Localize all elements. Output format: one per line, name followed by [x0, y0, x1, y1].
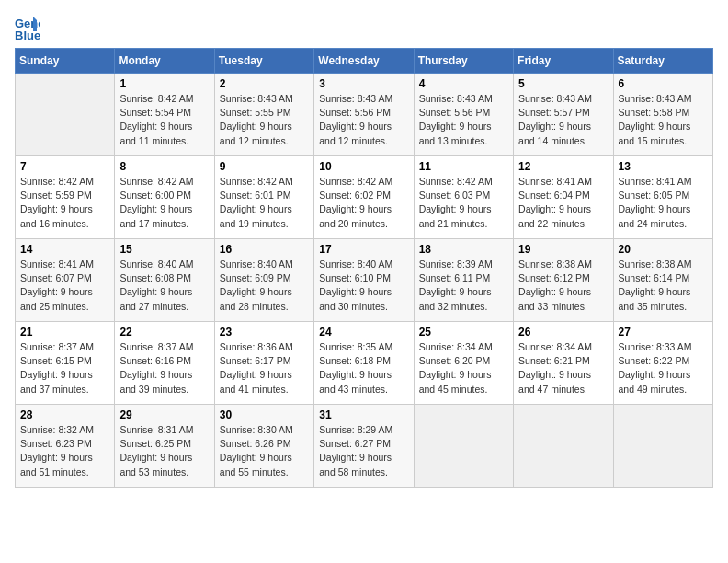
day-number: 6 [619, 77, 708, 90]
calendar-cell: 29Sunrise: 8:31 AM Sunset: 6:25 PM Dayli… [115, 405, 214, 488]
calendar-cell: 6Sunrise: 8:43 AM Sunset: 5:58 PM Daylig… [613, 74, 712, 156]
calendar-cell: 13Sunrise: 8:41 AM Sunset: 6:05 PM Dayli… [613, 156, 712, 239]
day-info: Sunrise: 8:43 AM Sunset: 5:56 PM Dayligh… [419, 92, 508, 148]
day-info: Sunrise: 8:42 AM Sunset: 6:01 PM Dayligh… [220, 175, 309, 231]
day-info: Sunrise: 8:42 AM Sunset: 5:54 PM Dayligh… [119, 92, 209, 148]
calendar-cell: 20Sunrise: 8:38 AM Sunset: 6:14 PM Dayli… [613, 239, 712, 322]
calendar-cell: 8Sunrise: 8:42 AM Sunset: 6:00 PM Daylig… [115, 156, 214, 239]
calendar-cell: 11Sunrise: 8:42 AM Sunset: 6:03 PM Dayli… [414, 156, 513, 239]
day-info: Sunrise: 8:38 AM Sunset: 6:12 PM Dayligh… [518, 258, 608, 314]
weekday-header-friday: Friday [514, 49, 613, 74]
calendar-cell: 22Sunrise: 8:37 AM Sunset: 6:16 PM Dayli… [115, 322, 214, 405]
weekday-header-wednesday: Wednesday [314, 49, 414, 74]
calendar-cell: 26Sunrise: 8:34 AM Sunset: 6:21 PM Dayli… [514, 322, 613, 405]
calendar-cell: 31Sunrise: 8:29 AM Sunset: 6:27 PM Dayli… [314, 405, 414, 488]
day-number: 2 [220, 77, 309, 90]
day-info: Sunrise: 8:35 AM Sunset: 6:18 PM Dayligh… [319, 340, 408, 396]
calendar-cell: 25Sunrise: 8:34 AM Sunset: 6:20 PM Dayli… [414, 322, 513, 405]
calendar-cell: 28Sunrise: 8:32 AM Sunset: 6:23 PM Dayli… [16, 405, 115, 488]
calendar-cell: 7Sunrise: 8:42 AM Sunset: 5:59 PM Daylig… [16, 156, 115, 239]
day-number: 17 [319, 243, 408, 256]
weekday-header-monday: Monday [115, 49, 214, 74]
day-info: Sunrise: 8:29 AM Sunset: 6:27 PM Dayligh… [319, 423, 408, 479]
calendar-cell: 21Sunrise: 8:37 AM Sunset: 6:15 PM Dayli… [16, 322, 115, 405]
calendar-table: SundayMondayTuesdayWednesdayThursdayFrid… [15, 48, 713, 488]
day-number: 11 [419, 160, 508, 173]
page-header: General Blue [15, 15, 713, 40]
day-info: Sunrise: 8:43 AM Sunset: 5:55 PM Dayligh… [220, 92, 309, 148]
calendar-cell: 18Sunrise: 8:39 AM Sunset: 6:11 PM Dayli… [414, 239, 513, 322]
day-info: Sunrise: 8:38 AM Sunset: 6:14 PM Dayligh… [619, 258, 708, 314]
calendar-cell: 10Sunrise: 8:42 AM Sunset: 6:02 PM Dayli… [314, 156, 414, 239]
calendar-cell: 23Sunrise: 8:36 AM Sunset: 6:17 PM Dayli… [214, 322, 313, 405]
week-row-5: 28Sunrise: 8:32 AM Sunset: 6:23 PM Dayli… [16, 405, 713, 488]
day-number: 23 [220, 326, 309, 339]
logo: General Blue [15, 15, 44, 40]
day-info: Sunrise: 8:39 AM Sunset: 6:11 PM Dayligh… [419, 258, 508, 314]
day-number: 21 [20, 326, 109, 339]
day-info: Sunrise: 8:40 AM Sunset: 6:10 PM Dayligh… [319, 258, 408, 314]
calendar-cell: 19Sunrise: 8:38 AM Sunset: 6:12 PM Dayli… [514, 239, 613, 322]
calendar-cell: 16Sunrise: 8:40 AM Sunset: 6:09 PM Dayli… [214, 239, 313, 322]
week-row-2: 7Sunrise: 8:42 AM Sunset: 5:59 PM Daylig… [16, 156, 713, 239]
week-row-4: 21Sunrise: 8:37 AM Sunset: 6:15 PM Dayli… [16, 322, 713, 405]
day-info: Sunrise: 8:42 AM Sunset: 6:03 PM Dayligh… [419, 175, 508, 231]
day-info: Sunrise: 8:40 AM Sunset: 6:08 PM Dayligh… [119, 258, 209, 314]
calendar-cell: 17Sunrise: 8:40 AM Sunset: 6:10 PM Dayli… [314, 239, 414, 322]
day-number: 10 [319, 160, 408, 173]
day-number: 4 [419, 77, 508, 90]
calendar-body: 1Sunrise: 8:42 AM Sunset: 5:54 PM Daylig… [16, 74, 713, 488]
day-number: 29 [119, 408, 209, 421]
weekday-header-tuesday: Tuesday [214, 49, 313, 74]
day-number: 15 [119, 243, 209, 256]
day-number: 26 [518, 326, 608, 339]
calendar-cell: 14Sunrise: 8:41 AM Sunset: 6:07 PM Dayli… [16, 239, 115, 322]
calendar-cell: 1Sunrise: 8:42 AM Sunset: 5:54 PM Daylig… [115, 74, 214, 156]
day-number: 1 [119, 77, 209, 90]
calendar-cell: 12Sunrise: 8:41 AM Sunset: 6:04 PM Dayli… [514, 156, 613, 239]
day-number: 20 [619, 243, 708, 256]
calendar-cell: 9Sunrise: 8:42 AM Sunset: 6:01 PM Daylig… [214, 156, 313, 239]
day-info: Sunrise: 8:42 AM Sunset: 6:00 PM Dayligh… [119, 175, 209, 231]
day-info: Sunrise: 8:41 AM Sunset: 6:07 PM Dayligh… [20, 258, 109, 314]
day-info: Sunrise: 8:37 AM Sunset: 6:16 PM Dayligh… [119, 340, 209, 396]
calendar-cell: 3Sunrise: 8:43 AM Sunset: 5:56 PM Daylig… [314, 74, 414, 156]
day-info: Sunrise: 8:36 AM Sunset: 6:17 PM Dayligh… [220, 340, 309, 396]
day-number: 22 [119, 326, 209, 339]
day-number: 24 [319, 326, 408, 339]
day-info: Sunrise: 8:43 AM Sunset: 5:57 PM Dayligh… [518, 92, 608, 148]
weekday-header-saturday: Saturday [613, 49, 712, 74]
day-info: Sunrise: 8:43 AM Sunset: 5:56 PM Dayligh… [319, 92, 408, 148]
calendar-cell [16, 74, 115, 156]
day-info: Sunrise: 8:30 AM Sunset: 6:26 PM Dayligh… [220, 423, 309, 479]
calendar-cell: 30Sunrise: 8:30 AM Sunset: 6:26 PM Dayli… [214, 405, 313, 488]
day-number: 28 [20, 408, 109, 421]
week-row-1: 1Sunrise: 8:42 AM Sunset: 5:54 PM Daylig… [16, 74, 713, 156]
day-number: 8 [119, 160, 209, 173]
day-number: 13 [619, 160, 708, 173]
day-info: Sunrise: 8:34 AM Sunset: 6:20 PM Dayligh… [419, 340, 508, 396]
day-info: Sunrise: 8:42 AM Sunset: 5:59 PM Dayligh… [20, 175, 109, 231]
calendar-cell: 15Sunrise: 8:40 AM Sunset: 6:08 PM Dayli… [115, 239, 214, 322]
day-number: 16 [220, 243, 309, 256]
day-number: 31 [319, 408, 408, 421]
calendar-cell: 24Sunrise: 8:35 AM Sunset: 6:18 PM Dayli… [314, 322, 414, 405]
day-info: Sunrise: 8:37 AM Sunset: 6:15 PM Dayligh… [20, 340, 109, 396]
day-number: 14 [20, 243, 109, 256]
calendar-cell: 5Sunrise: 8:43 AM Sunset: 5:57 PM Daylig… [514, 74, 613, 156]
weekday-header-thursday: Thursday [414, 49, 513, 74]
day-number: 19 [518, 243, 608, 256]
weekday-header-row: SundayMondayTuesdayWednesdayThursdayFrid… [16, 49, 713, 74]
weekday-header-sunday: Sunday [16, 49, 115, 74]
calendar-cell: 27Sunrise: 8:33 AM Sunset: 6:22 PM Dayli… [613, 322, 712, 405]
day-info: Sunrise: 8:33 AM Sunset: 6:22 PM Dayligh… [619, 340, 708, 396]
day-number: 12 [518, 160, 608, 173]
day-number: 3 [319, 77, 408, 90]
day-number: 27 [619, 326, 708, 339]
day-number: 9 [220, 160, 309, 173]
day-info: Sunrise: 8:42 AM Sunset: 6:02 PM Dayligh… [319, 175, 408, 231]
calendar-cell [613, 405, 712, 488]
week-row-3: 14Sunrise: 8:41 AM Sunset: 6:07 PM Dayli… [16, 239, 713, 322]
logo-icon: General Blue [15, 15, 40, 40]
day-number: 7 [20, 160, 109, 173]
